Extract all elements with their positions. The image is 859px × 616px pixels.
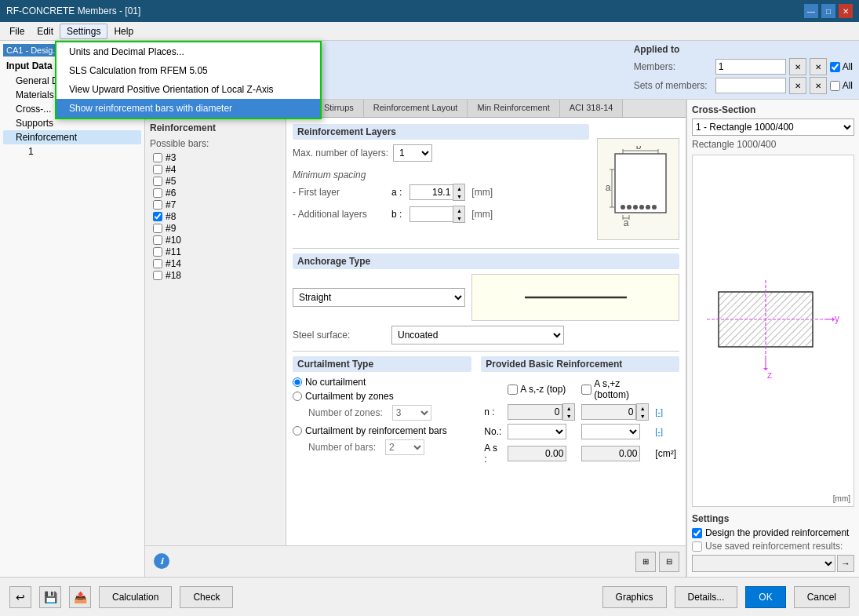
bottom-checkbox-row[interactable]: A s,+z (bottom) (581, 378, 649, 400)
sidebar-reinforcement[interactable]: Reinforcement (3, 130, 141, 144)
menu-show-bars[interactable]: Show reinforcement bars with diameter (56, 99, 320, 118)
minimize-button[interactable]: — (804, 4, 818, 18)
additional-layers-input[interactable] (409, 206, 453, 222)
as-bottom-input[interactable] (581, 446, 640, 461)
menu-edit[interactable]: Edit (31, 24, 60, 38)
first-layer-up[interactable]: ▲ (453, 184, 464, 192)
right-panel: ⊕ ▶ □ ⊗ ■ ▬ Applied to Members: ✕ ✕ (145, 41, 859, 577)
sidebar-reinforcement-1[interactable]: 1 (3, 144, 141, 159)
bar-4-checkbox[interactable] (153, 165, 162, 174)
top-checkbox[interactable] (508, 385, 518, 395)
calculation-button[interactable]: Calculation (99, 586, 172, 608)
n-bottom-down[interactable]: ▼ (637, 412, 648, 420)
bar-7-label: #7 (166, 199, 176, 210)
menu-sls[interactable]: SLS Calculation from RFEM 5.05 (56, 61, 320, 80)
n-top-down[interactable]: ▼ (563, 412, 574, 420)
n-top-input[interactable] (508, 404, 562, 420)
n-top-spinner: ▲ ▼ (508, 403, 575, 421)
bottom-icon-btn2[interactable]: ⊟ (659, 552, 679, 572)
curtailment-title: Curtailment Type (293, 356, 471, 372)
anchorage-select[interactable]: Straight Hooked (293, 288, 465, 307)
top-checkbox-row[interactable]: A s,-z (top) (508, 384, 575, 395)
by-bars-radio[interactable] (293, 426, 302, 436)
ok-button[interactable]: OK (745, 586, 785, 608)
num-zones-select[interactable]: 324 (392, 405, 431, 421)
provided-bottom-header: A s,+z (bottom) (578, 377, 652, 402)
n-top-up[interactable]: ▲ (563, 404, 574, 412)
first-layer-down[interactable]: ▼ (453, 192, 464, 200)
bar-4: #4 (153, 164, 281, 175)
bar-7-checkbox[interactable] (153, 200, 162, 210)
main-container: CA1 - Desig... Input Data General Data M… (0, 41, 859, 577)
bar-18: #18 (153, 270, 281, 281)
sets-btn1[interactable]: ✕ (789, 77, 806, 94)
check-button[interactable]: Check (180, 586, 233, 608)
as-top-input[interactable] (508, 446, 566, 461)
bar-11-checkbox[interactable] (153, 247, 162, 257)
no-bottom-select[interactable] (581, 424, 640, 439)
menu-units[interactable]: Units and Decimal Places... (56, 42, 320, 61)
bottom-icon-btn1[interactable]: ⊞ (635, 552, 656, 572)
steel-surface-select[interactable]: Uncoated Epoxy coated (391, 326, 564, 344)
design-checkbox[interactable] (692, 528, 702, 538)
n-bottom-up[interactable]: ▲ (637, 404, 648, 412)
bar-3-checkbox[interactable] (153, 153, 162, 162)
bar-9: #9 (153, 223, 281, 234)
saved-checkbox[interactable] (692, 541, 702, 552)
no-curtailment-radio[interactable] (293, 377, 302, 387)
sets-btn2[interactable]: ✕ (810, 77, 827, 94)
menu-view-orientation[interactable]: View Upward Positive Orientation of Loca… (56, 80, 320, 99)
first-layer-row: - First layer a : ▲ ▼ (293, 184, 589, 201)
no-link-cell: [-] (652, 422, 679, 441)
svg-text:a: a (623, 217, 628, 228)
members-btn2[interactable]: ✕ (810, 58, 827, 75)
graphics-button[interactable]: Graphics (602, 586, 667, 608)
svg-point-6 (627, 205, 632, 210)
additional-up[interactable]: ▲ (453, 206, 464, 214)
tab-min[interactable]: Min Reinforcement (468, 100, 559, 117)
no-top-select[interactable] (508, 424, 566, 439)
export-button[interactable]: 📤 (69, 586, 91, 608)
bar-9-checkbox[interactable] (153, 224, 162, 233)
save-button[interactable]: 💾 (39, 586, 61, 608)
sets-all-checkbox[interactable]: All (830, 80, 853, 91)
menu-help[interactable]: Help (107, 24, 140, 38)
tab-layout[interactable]: Reinforcement Layout (364, 100, 468, 117)
cancel-button[interactable]: Cancel (794, 586, 850, 608)
no-link[interactable]: [-] (655, 427, 663, 436)
members-all-checkbox[interactable]: All (830, 61, 853, 72)
menu-settings[interactable]: Settings (60, 24, 107, 39)
tab-aci[interactable]: ACI 318-14 (560, 100, 624, 117)
bar-14-checkbox[interactable] (153, 259, 162, 268)
sets-input[interactable] (715, 78, 786, 93)
anchorage-svg (517, 282, 635, 313)
members-input[interactable] (715, 59, 786, 75)
num-bars-select[interactable]: 234 (385, 439, 424, 455)
bar-18-checkbox[interactable] (153, 271, 162, 280)
n-bottom-input[interactable] (581, 404, 636, 420)
bottom-checkbox[interactable] (581, 385, 591, 395)
details-button[interactable]: Details... (675, 586, 738, 608)
close-button[interactable]: ✕ (839, 4, 853, 18)
saved-select[interactable] (692, 555, 835, 572)
divider2 (293, 351, 679, 352)
provided-no-row: No.: [-] (481, 422, 679, 441)
maximize-button[interactable]: □ (821, 4, 835, 18)
members-row: Members: ✕ ✕ All (634, 58, 853, 75)
max-layers-select[interactable]: 123 (393, 144, 432, 162)
cs-select[interactable]: 1 - Rectangle 1000/400 (692, 118, 854, 136)
first-layer-input[interactable] (409, 184, 453, 200)
saved-btn[interactable]: → (837, 555, 854, 572)
undo-button[interactable]: ↩ (9, 586, 31, 608)
by-zones-radio[interactable] (293, 392, 302, 401)
bar-10-checkbox[interactable] (153, 235, 162, 245)
menu-file[interactable]: File (3, 24, 31, 38)
bar-8-checkbox[interactable] (153, 212, 162, 221)
content-left: Longitudinal Reinforcement Ties and Stir… (145, 100, 686, 577)
n-link[interactable]: [-] (655, 407, 663, 417)
no-top-cell (504, 422, 578, 441)
bar-5-checkbox[interactable] (153, 177, 162, 186)
members-btn1[interactable]: ✕ (789, 58, 806, 75)
additional-down[interactable]: ▼ (453, 214, 464, 222)
bar-6-checkbox[interactable] (153, 188, 162, 198)
